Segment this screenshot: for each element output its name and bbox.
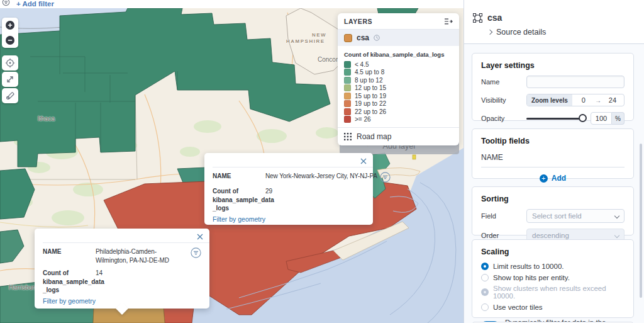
plus-circle-icon: +: [540, 174, 548, 183]
source-details-toggle[interactable]: Source details: [464, 23, 644, 37]
sidebar-scrollbar[interactable]: [640, 144, 642, 298]
tooltip-field-value: New York-Newark-Jersey City, NY-NJ-PA: [265, 172, 377, 183]
zoom-levels-button[interactable]: Zoom levels: [527, 94, 572, 106]
chevron-right-icon: [487, 30, 492, 35]
tooltip-field-value: Philadelphia-Camden-Wilmington, PA-NJ-DE…: [96, 247, 188, 264]
filter-on-value-icon[interactable]: [191, 247, 201, 258]
tooltip-field-label: NAME: [213, 172, 265, 183]
legend-row: 12 up to 15: [344, 84, 453, 93]
tooltip-field-value: 14: [96, 269, 201, 295]
filter-by-geometry-link[interactable]: Filter by geometry: [213, 215, 265, 223]
expand-button[interactable]: [2, 72, 18, 87]
set-view-control: [2, 55, 18, 71]
chevron-down-icon: [614, 233, 619, 238]
visibility-label: Visibility: [481, 96, 526, 104]
tooltip-field-label: NAME: [43, 247, 96, 264]
radio-unselected-icon: [481, 274, 489, 281]
radio-unselected-icon: [481, 303, 489, 311]
tools-button[interactable]: [2, 88, 18, 103]
scaling-option-limit[interactable]: Limit results to 10000.: [481, 263, 625, 270]
filter-icon[interactable]: [2, 0, 10, 6]
close-icon[interactable]: [196, 233, 204, 241]
draw-tools-icon: [5, 91, 15, 101]
flyout-title: csa: [487, 13, 502, 23]
clock-icon: [374, 35, 380, 41]
sort-field-select[interactable]: Select sort field: [526, 209, 625, 223]
scaling-panel: Scaling Limit results to 10000. Show top…: [472, 239, 634, 318]
tooltip-field-label: Count of kibana_sample_data _logs: [43, 269, 96, 295]
legend-swatch: [344, 77, 351, 84]
state-label-hampshire: HAMPSHIRE: [286, 38, 325, 44]
zoom-min-value[interactable]: 0: [572, 96, 595, 104]
legend-swatch: [344, 61, 351, 68]
layer-name: csa: [357, 33, 369, 42]
collapse-toc-icon[interactable]: [444, 18, 453, 25]
legend-row: 8 up to 12: [344, 76, 453, 84]
zoom-out-button[interactable]: [2, 33, 18, 48]
sorting-panel: Sorting Field Select sort field Order de…: [472, 186, 634, 235]
legend-swatch: [344, 100, 351, 107]
add-filter-button[interactable]: + Add filter: [16, 0, 54, 8]
crosshair-button[interactable]: [2, 55, 18, 71]
city-label-ithaca: Ithaca: [38, 115, 55, 122]
layer-settings-panel: Layer settings Name Visibility Zoom leve…: [472, 53, 634, 121]
zoom-out-icon: [5, 35, 15, 45]
layers-panel: LAYERS csa Count of kibana_sample_data_l…: [338, 13, 459, 145]
feature-tooltip-newyork: NAME New York-Newark-Jersey City, NY-NJ-…: [204, 153, 373, 225]
tools-control: [2, 88, 18, 103]
legend-swatch: [344, 69, 351, 76]
legend-swatch: [344, 108, 351, 115]
zoom-in-button[interactable]: [2, 18, 18, 33]
tooltip-fields-panel: Tooltip fields NAME + Add: [472, 128, 634, 179]
zoom-max-value[interactable]: 24: [601, 96, 624, 104]
zoom-controls: [2, 18, 18, 48]
opacity-slider-knob[interactable]: [579, 114, 587, 122]
sort-field-label: Field: [481, 212, 526, 220]
map-region: Ithaca Harrisburg Concord NEW HAMPSHIRE: [0, 8, 464, 323]
tooltip-field-value: 29: [265, 187, 365, 213]
opacity-slider[interactable]: [526, 114, 586, 123]
opacity-value-input[interactable]: 100: [591, 112, 612, 125]
zoom-levels-range[interactable]: Zoom levels 0 → 24: [526, 94, 625, 106]
legend-swatch: [344, 93, 351, 99]
crosshair-icon: [5, 58, 15, 68]
tooltip-name-row: NAME New York-Newark-Jersey City, NY-NJ-…: [213, 167, 365, 183]
layers-panel-title: LAYERS: [344, 18, 372, 25]
radio-selected-icon: [481, 263, 489, 270]
zoom-in-icon: [5, 20, 15, 30]
fit-to-data-control: [2, 72, 18, 87]
layer-legend: Count of kibana_sample_data_logs < 4.5 4…: [338, 46, 459, 127]
state-label-new: NEW: [312, 32, 326, 38]
legend-swatch: [344, 84, 351, 91]
legend-row: 22 up to 26: [344, 108, 453, 116]
legend-swatch: [344, 116, 351, 123]
panel-title: Layer settings: [481, 61, 625, 70]
scaling-option-vector-tiles[interactable]: Use vector tiles: [481, 303, 625, 311]
tooltip-count-row: Count of kibana_sample_data _logs 14: [43, 264, 201, 295]
feature-tooltip-philadelphia: NAME Philadelphia-Camden-Wilmington, PA-…: [35, 229, 209, 309]
layer-toc-entry-csa[interactable]: csa: [338, 30, 459, 46]
filter-on-value-icon[interactable]: [380, 172, 391, 183]
base-layer-entry[interactable]: Road map: [338, 127, 459, 145]
arrow-right-icon: →: [595, 97, 601, 104]
panel-title: Scaling: [481, 247, 625, 256]
legend-row: < 4.5: [344, 60, 453, 69]
expand-diagonal-icon: [5, 74, 15, 84]
kibana-maps-app: + Add filter: [0, 0, 644, 323]
filter-by-geometry-link[interactable]: Filter by geometry: [43, 297, 96, 305]
sort-order-label: Order: [481, 232, 526, 239]
legend-title: Count of kibana_sample_data_logs: [344, 51, 453, 58]
panel-title: Sorting: [481, 195, 625, 203]
add-tooltip-field-button[interactable]: + Add: [481, 174, 625, 183]
tooltip-count-row: Count of kibana_sample_data _logs 29: [213, 183, 365, 213]
tooltip-field-item[interactable]: NAME: [481, 153, 625, 167]
vector-layer-icon: [473, 13, 482, 23]
tooltip-field-label: Count of kibana_sample_data _logs: [213, 187, 265, 213]
tooltip-name-row: NAME Philadelphia-Camden-Wilmington, PA-…: [43, 243, 201, 264]
radio-disabled-icon: [481, 288, 489, 296]
opacity-label: Opacity: [481, 115, 526, 122]
close-icon[interactable]: [360, 157, 367, 165]
base-layer-label: Road map: [357, 132, 391, 141]
scaling-option-top-hits[interactable]: Show top hits per entity.: [481, 274, 625, 281]
layer-name-input[interactable]: [526, 76, 625, 88]
